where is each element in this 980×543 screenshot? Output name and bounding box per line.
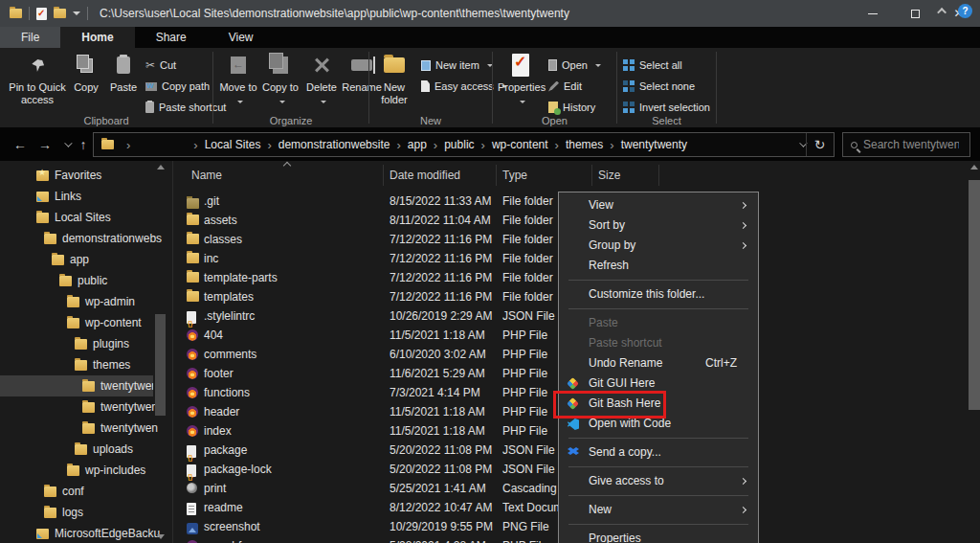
maximize-button[interactable]	[894, 0, 937, 27]
minimize-button[interactable]	[851, 0, 894, 27]
context-menu-item[interactable]: Paste	[559, 313, 758, 333]
context-menu-item[interactable]	[559, 434, 758, 442]
tree-item[interactable]: plugins	[0, 333, 172, 354]
tree-item[interactable]: Favorites	[0, 165, 172, 186]
tree-item[interactable]: app	[0, 249, 172, 270]
pin-to-quick-access-button[interactable]: Pin to Quick access	[8, 51, 67, 112]
ribbon-tab[interactable]: Home	[60, 27, 134, 48]
history-button[interactable]: History	[548, 98, 595, 117]
scroll-down-icon[interactable]	[157, 534, 165, 539]
context-menu-item[interactable]	[559, 463, 758, 471]
tree-item[interactable]: MicrosoftEdgeBacku	[0, 523, 172, 543]
file-type-icon	[187, 234, 199, 244]
column-header-size[interactable]: Size	[598, 169, 620, 182]
select-all-button[interactable]: Select all	[623, 56, 682, 75]
context-menu-item[interactable]: Open with Code	[559, 414, 758, 434]
breadcrumb-segment[interactable]: ›themes	[548, 138, 604, 152]
copy-path-button[interactable]: Copy path	[145, 77, 210, 96]
paste-button[interactable]: Paste	[105, 51, 142, 112]
breadcrumb-segment[interactable]: ›wp-content	[475, 138, 548, 152]
column-divider[interactable]	[496, 165, 497, 186]
tree-item[interactable]: wp-content	[0, 312, 172, 333]
context-menu-item[interactable]	[559, 491, 758, 500]
copy-button[interactable]: Copy	[69, 51, 103, 112]
context-menu-item[interactable]: New	[559, 500, 758, 520]
up-button[interactable]: ↑	[73, 135, 94, 154]
context-menu-item[interactable]: View	[559, 195, 758, 215]
scroll-up-icon[interactable]	[157, 165, 165, 170]
tree-item[interactable]: wp-includes	[0, 460, 172, 481]
sidebar-scrollbar[interactable]	[155, 163, 166, 541]
tree-item[interactable]: Links	[0, 186, 172, 207]
tree-item[interactable]: themes	[0, 354, 172, 375]
tree-item[interactable]: conf	[0, 481, 172, 502]
context-menu-item[interactable]: Sort by	[559, 215, 758, 236]
open-button[interactable]: Open	[548, 56, 601, 75]
move-to-button[interactable]: Move to	[218, 51, 258, 112]
back-button[interactable]: ←	[10, 135, 31, 154]
tree-item[interactable]: wp-admin	[0, 291, 172, 312]
new-item-button[interactable]: New item	[421, 56, 493, 75]
edit-button[interactable]: Edit	[548, 77, 582, 96]
scroll-up-icon[interactable]	[970, 165, 978, 170]
qat-customize-caret-icon[interactable]	[73, 11, 80, 15]
context-menu-item[interactable]: Give access to	[559, 471, 758, 491]
new-folder-shortcut-icon[interactable]	[54, 9, 66, 18]
new-folder-button[interactable]: New folder	[373, 51, 415, 112]
context-menu-item[interactable]: Properties	[559, 529, 758, 543]
breadcrumb-segment[interactable]: ›Local Sites	[187, 138, 260, 152]
search-box[interactable]	[842, 132, 970, 157]
invert-selection-button[interactable]: Invert selection	[623, 98, 710, 117]
folder-icon	[36, 213, 49, 223]
address-dropdown[interactable]	[799, 133, 805, 156]
context-menu-item[interactable]: Git Bash Here	[559, 394, 758, 414]
forward-button[interactable]: →	[34, 135, 56, 154]
tree-item[interactable]: logs	[0, 502, 172, 523]
context-menu-item[interactable]: Undo Rename Ctrl+Z	[559, 353, 758, 373]
context-menu-item[interactable]	[559, 276, 758, 284]
column-divider[interactable]	[658, 165, 659, 186]
copy-to-button[interactable]: Copy to	[261, 51, 300, 112]
help-icon[interactable]: ?	[958, 4, 972, 18]
tree-item[interactable]: demonstrationwebs	[0, 228, 172, 249]
column-divider[interactable]	[383, 165, 384, 186]
breadcrumb-segment[interactable]: ›twentytwenty	[603, 138, 687, 152]
refresh-button[interactable]: ↻	[806, 133, 833, 156]
tree-item[interactable]: uploads	[0, 439, 172, 460]
column-header-name[interactable]: Name	[191, 169, 222, 182]
tree-item[interactable]: Local Sites	[0, 207, 172, 228]
file-list-scrollbar[interactable]	[969, 163, 980, 543]
context-menu-item[interactable]	[559, 305, 758, 313]
cut-button[interactable]: ✂Cut	[145, 56, 176, 75]
context-menu-item[interactable]: Refresh	[559, 256, 758, 276]
tree-item[interactable]: twentytwen	[0, 375, 153, 396]
column-header-type[interactable]: Type	[502, 169, 527, 182]
tree-item[interactable]: twentytwen	[0, 396, 172, 418]
context-menu-item[interactable]: Customize this folder...	[559, 284, 758, 305]
scrollbar-thumb[interactable]	[969, 180, 980, 410]
delete-button[interactable]: Delete	[302, 51, 341, 112]
context-menu-item[interactable]: Send a copy...	[559, 442, 758, 463]
context-menu-item[interactable]: Paste shortcut	[559, 333, 758, 353]
column-divider[interactable]	[591, 165, 592, 186]
context-menu-item[interactable]: Group by	[559, 236, 758, 256]
breadcrumb-segment[interactable]: ›public	[427, 138, 475, 152]
properties-button[interactable]: Properties	[498, 51, 544, 112]
ribbon-tab[interactable]: Share	[135, 27, 208, 48]
select-none-button[interactable]: Select none	[623, 77, 695, 96]
column-header-date[interactable]: Date modified	[390, 169, 460, 182]
tree-item[interactable]: public	[0, 270, 172, 291]
ribbon-tab[interactable]: File	[0, 27, 60, 48]
ribbon-tab-row: File Home Share View	[0, 27, 980, 48]
search-input[interactable]	[863, 138, 959, 151]
address-bar[interactable]: › ›Local Sites ›demonstrationwebsite ›ap…	[93, 132, 835, 157]
properties-shortcut-icon[interactable]	[36, 8, 47, 20]
context-menu-item[interactable]: Git GUI Here	[559, 373, 758, 394]
tree-item[interactable]: twentytwen	[0, 418, 172, 439]
pane-divider[interactable]	[172, 161, 173, 543]
breadcrumb-segment[interactable]: ›app	[390, 138, 426, 152]
breadcrumb-segment[interactable]: ›demonstrationwebsite	[260, 138, 390, 152]
context-menu-item[interactable]	[559, 520, 758, 529]
scrollbar-thumb[interactable]	[155, 314, 166, 416]
ribbon-tab[interactable]: View	[208, 27, 275, 48]
